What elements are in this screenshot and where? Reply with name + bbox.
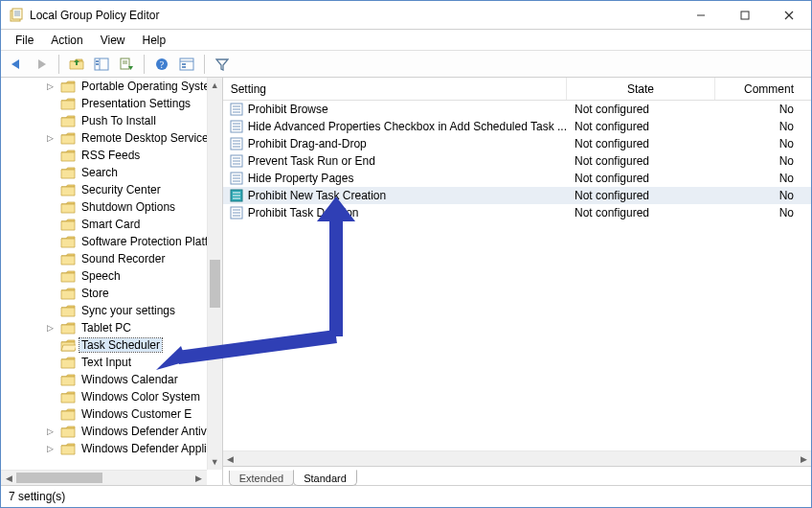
tree-item[interactable]: Tablet PC: [1, 319, 207, 336]
tree-item-label: Store: [79, 287, 111, 300]
folder-icon: [60, 374, 76, 386]
folder-icon: [60, 305, 76, 317]
list-row[interactable]: Prohibit Drag-and-DropNot configuredNo: [223, 135, 811, 152]
status-bar: 7 setting(s): [1, 486, 811, 507]
folder-icon: [60, 288, 76, 300]
folder-icon: [60, 322, 76, 335]
scroll-right-icon[interactable]: ▶: [192, 471, 207, 485]
tree-item-label: Windows Defender Appli: [79, 442, 207, 455]
tree-item[interactable]: Task Scheduler: [1, 336, 207, 354]
list-tabs: Extended Standard: [223, 466, 811, 485]
svg-rect-15: [96, 63, 99, 65]
tree-item[interactable]: Portable Operating Syste: [1, 78, 207, 95]
column-state[interactable]: State: [567, 78, 715, 100]
tree-item[interactable]: Search: [1, 164, 207, 181]
setting-icon: [227, 137, 246, 150]
menu-file[interactable]: File: [7, 32, 42, 49]
scroll-thumb[interactable]: [210, 260, 220, 308]
tree-item[interactable]: Presentation Settings: [1, 95, 207, 112]
cell-setting: Prohibit Drag-and-Drop: [246, 137, 567, 150]
folder-icon: [60, 150, 76, 162]
scroll-left-icon[interactable]: ◀: [223, 451, 238, 467]
close-button[interactable]: [767, 1, 811, 30]
tab-standard[interactable]: Standard: [293, 470, 357, 486]
help-button[interactable]: ?: [150, 53, 173, 76]
folder-icon: [60, 253, 76, 266]
scroll-thumb[interactable]: [16, 473, 102, 483]
forward-button[interactable]: [30, 53, 53, 76]
tree-item[interactable]: Smart Card: [1, 216, 207, 233]
folder-icon: [60, 408, 76, 421]
tree-item[interactable]: RSS Feeds: [1, 147, 207, 164]
menu-bar: File Action View Help: [1, 30, 811, 51]
tree-item[interactable]: Sound Recorder: [1, 250, 207, 267]
tree-scroll-area[interactable]: Portable Operating SystePresentation Set…: [1, 78, 222, 485]
menu-help[interactable]: Help: [134, 32, 175, 49]
properties-button[interactable]: [175, 53, 198, 76]
up-level-button[interactable]: [65, 53, 88, 76]
tree-item[interactable]: Windows Color System: [1, 388, 207, 405]
tree-item-label: Presentation Settings: [79, 97, 192, 110]
setting-icon: [227, 172, 246, 185]
folder-icon: [60, 184, 76, 196]
window-controls: [679, 1, 811, 30]
maximize-button[interactable]: [723, 1, 767, 30]
menu-view[interactable]: View: [92, 32, 134, 49]
svg-rect-25: [182, 66, 186, 68]
status-text: 7 setting(s): [9, 490, 65, 503]
folder-icon: [60, 201, 76, 214]
tree-vertical-scrollbar[interactable]: ▲ ▼: [207, 78, 222, 470]
tree-item[interactable]: Windows Defender Appli: [1, 440, 207, 457]
tree-item[interactable]: Windows Defender Antiv: [1, 423, 207, 440]
column-comment[interactable]: Comment: [715, 78, 811, 100]
tree-item[interactable]: Text Input: [1, 354, 207, 371]
cell-comment: No: [715, 137, 811, 150]
folder-icon: [60, 426, 76, 438]
toolbar: ?: [1, 51, 811, 78]
tree-item[interactable]: Sync your settings: [1, 302, 207, 319]
list-pane: Setting State Comment Prohibit BrowseNot…: [223, 78, 811, 485]
tree-item[interactable]: Speech: [1, 267, 207, 285]
scroll-left-icon[interactable]: ◀: [1, 471, 16, 485]
tree-item[interactable]: Remote Desktop Services: [1, 129, 207, 147]
list-row[interactable]: Prohibit BrowseNot configuredNo: [223, 101, 811, 118]
back-button[interactable]: [5, 53, 28, 76]
tree-item[interactable]: Store: [1, 285, 207, 302]
tree-item-label: Windows Calendar: [79, 373, 180, 386]
list-row[interactable]: Prohibit New Task CreationNot configured…: [223, 187, 811, 204]
tree-item[interactable]: Windows Customer E: [1, 405, 207, 423]
scroll-right-icon[interactable]: ▶: [796, 451, 811, 467]
tree-pane: Portable Operating SystePresentation Set…: [1, 78, 223, 485]
scroll-up-icon[interactable]: ▲: [208, 78, 222, 93]
list-row[interactable]: Prohibit Task DeletionNot configuredNo: [223, 204, 811, 221]
tree-horizontal-scrollbar[interactable]: ◀ ▶: [1, 470, 207, 485]
tree-item[interactable]: Push To Install: [1, 112, 207, 129]
list-rows[interactable]: Prohibit BrowseNot configuredNoHide Adva…: [223, 101, 811, 450]
cell-setting: Hide Advanced Properties Checkbox in Add…: [246, 120, 567, 133]
setting-icon: [227, 103, 246, 116]
tree-item[interactable]: Shutdown Options: [1, 198, 207, 216]
tree-item-label: Sound Recorder: [79, 252, 167, 266]
cell-state: Not configured: [567, 103, 715, 116]
scroll-down-icon[interactable]: ▼: [208, 454, 222, 470]
tree-item[interactable]: Windows Calendar: [1, 371, 207, 388]
body-split: Portable Operating SystePresentation Set…: [1, 78, 811, 486]
cell-comment: No: [715, 172, 811, 185]
folder-icon: [60, 115, 76, 127]
list-horizontal-scrollbar[interactable]: ◀ ▶: [223, 450, 811, 466]
tab-extended[interactable]: Extended: [229, 471, 294, 486]
cell-setting: Prohibit Browse: [246, 103, 567, 116]
list-row[interactable]: Hide Advanced Properties Checkbox in Add…: [223, 118, 811, 135]
show-hide-console-tree-button[interactable]: [90, 53, 113, 76]
filter-button[interactable]: [211, 53, 234, 76]
tree-item[interactable]: Software Protection Platf: [1, 233, 207, 250]
list-header: Setting State Comment: [223, 78, 811, 101]
window-title: Local Group Policy Editor: [30, 9, 679, 22]
tree-item[interactable]: Security Center: [1, 181, 207, 198]
menu-action[interactable]: Action: [42, 32, 91, 49]
list-row[interactable]: Hide Property PagesNot configuredNo: [223, 170, 811, 187]
list-row[interactable]: Prevent Task Run or EndNot configuredNo: [223, 152, 811, 170]
export-list-button[interactable]: [115, 53, 138, 76]
column-setting[interactable]: Setting: [223, 78, 567, 100]
minimize-button[interactable]: [679, 1, 723, 30]
